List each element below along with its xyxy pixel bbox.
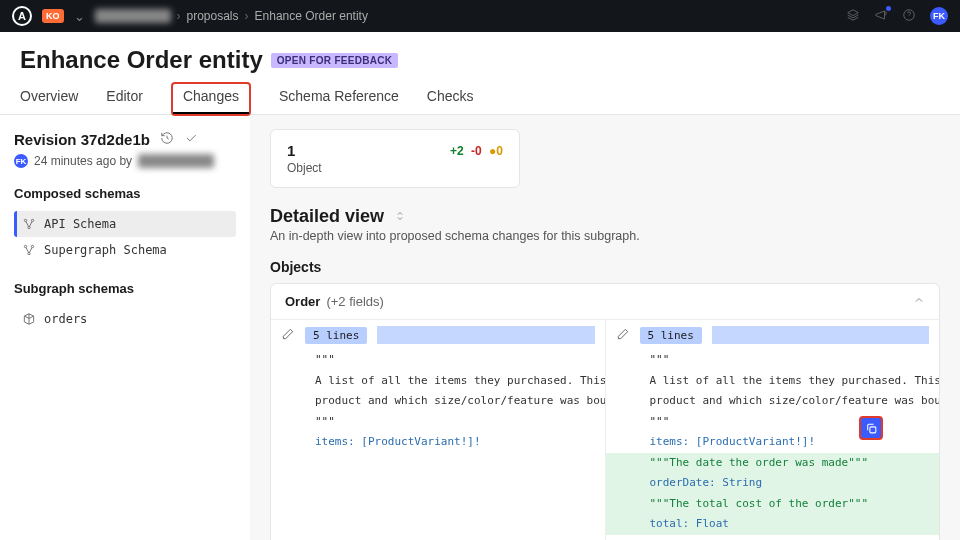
chevron-right-icon: › [177, 9, 181, 23]
code-line: } [271, 535, 605, 541]
object-card: Order (+2 fields) 5 lines """ A list of … [270, 283, 940, 540]
code-line: items: [ProductVariant!]! [606, 432, 940, 453]
tab-schema-reference[interactable]: Schema Reference [279, 82, 399, 114]
revision-time: 24 minutes ago by [34, 154, 132, 168]
detailed-view-heading: Detailed view [270, 206, 384, 227]
objects-heading: Objects [270, 259, 940, 275]
sidebar-item-api-schema[interactable]: API Schema [14, 211, 236, 237]
code-line [271, 473, 605, 494]
summary-label: Object [287, 161, 503, 175]
object-header[interactable]: Order (+2 fields) [271, 284, 939, 319]
page-title: Enhance Order entity [20, 46, 263, 74]
cube-icon [22, 312, 36, 326]
tab-checks[interactable]: Checks [427, 82, 474, 114]
stat-removed: -0 [471, 144, 482, 158]
help-icon[interactable] [902, 8, 916, 25]
schema-icon [22, 243, 36, 257]
breadcrumb: xxxxxx › proposals › Enhance Order entit… [95, 9, 368, 23]
summary-count: 1 [287, 142, 295, 159]
stat-warning: ●0 [489, 144, 503, 158]
status-badge: OPEN FOR FEEDBACK [271, 53, 399, 68]
main-content: 1 +2 -0 ●0 Object Detailed view An in-de… [250, 115, 960, 540]
summary-card[interactable]: 1 +2 -0 ●0 Object [270, 129, 520, 188]
topbar-right: FK [846, 7, 948, 25]
sidebar: Revision 37d2de1b FK 24 minutes ago by x… [0, 115, 250, 540]
schema-icon [22, 217, 36, 231]
svg-point-3 [28, 226, 30, 228]
sidebar-item-orders[interactable]: orders [14, 306, 236, 332]
collapse-icon[interactable] [394, 206, 406, 227]
object-name: Order [285, 294, 320, 309]
code-line-added: """The total cost of the order""" [606, 494, 940, 515]
code-line: A list of all the items they purchased. … [606, 371, 940, 392]
edit-icon[interactable] [616, 327, 630, 344]
svg-point-1 [24, 219, 26, 221]
tab-overview[interactable]: Overview [20, 82, 78, 114]
code-line [271, 514, 605, 535]
tab-editor[interactable]: Editor [106, 82, 143, 114]
sidebar-item-label: Supergraph Schema [44, 243, 167, 257]
code-line: items: [ProductVariant!]! [271, 432, 605, 453]
author-avatar: FK [14, 154, 28, 168]
topbar: A KO ⌄ xxxxxx › proposals › Enhance Orde… [0, 0, 960, 32]
caret-down-icon[interactable]: ⌄ [74, 9, 85, 24]
code-line-added: total: Float [606, 514, 940, 535]
detailed-view-title: Detailed view [270, 206, 940, 227]
tab-changes[interactable]: Changes [171, 82, 251, 116]
copy-diff-button[interactable] [859, 416, 883, 440]
detailed-view-desc: An in-depth view into proposed schema ch… [270, 229, 940, 243]
code-line: """ [271, 412, 605, 433]
revision-label: Revision 37d2de1b [14, 131, 150, 148]
stat-added: +2 [450, 144, 464, 158]
breadcrumb-current: Enhance Order entity [255, 9, 368, 23]
code-line: A list of all the items they purchased. … [271, 371, 605, 392]
code-line: """ [271, 350, 605, 371]
diff-right: 5 lines """ A list of all the items they… [605, 320, 940, 540]
code-line: product and which size/color/feature was… [271, 391, 605, 412]
svg-point-2 [31, 219, 33, 221]
copy-icon [865, 422, 878, 435]
chevron-right-icon: › [245, 9, 249, 23]
org-badge[interactable]: KO [42, 9, 64, 23]
lines-bar [712, 326, 929, 344]
announce-icon[interactable] [874, 8, 888, 25]
code-line: """ [606, 412, 940, 433]
summary-stats: +2 -0 ●0 [450, 144, 503, 158]
sidebar-item-label: API Schema [44, 217, 116, 231]
tabs: Overview Editor Changes Schema Reference… [20, 82, 940, 114]
svg-point-4 [24, 245, 26, 247]
lines-count: 5 lines [640, 327, 702, 344]
lines-bar [377, 326, 594, 344]
check-icon[interactable] [184, 131, 198, 148]
avatar[interactable]: FK [930, 7, 948, 25]
layers-icon[interactable] [846, 8, 860, 25]
sidebar-item-supergraph-schema[interactable]: Supergraph Schema [14, 237, 236, 263]
breadcrumb-graph[interactable]: xxxxxx [95, 9, 171, 23]
code-line [271, 453, 605, 474]
subgraph-schemas-heading: Subgraph schemas [14, 281, 236, 296]
code-line [271, 494, 605, 515]
apollo-logo-icon[interactable]: A [12, 6, 32, 26]
svg-point-5 [31, 245, 33, 247]
diff-left: 5 lines """ A list of all the items they… [271, 320, 605, 540]
svg-point-6 [28, 252, 30, 254]
page-header: Enhance Order entity OPEN FOR FEEDBACK O… [0, 32, 960, 115]
composed-schemas-heading: Composed schemas [14, 186, 236, 201]
diff-view: 5 lines """ A list of all the items they… [271, 319, 939, 540]
code-line-added: orderDate: String [606, 473, 940, 494]
code-line-added: """The date the order was made""" [606, 453, 940, 474]
lines-count: 5 lines [305, 327, 367, 344]
code-line: product and which size/color/feature was… [606, 391, 940, 412]
history-icon[interactable] [160, 131, 174, 148]
sidebar-item-label: orders [44, 312, 87, 326]
svg-rect-7 [869, 426, 875, 432]
code-line: } [606, 535, 940, 541]
chevron-up-icon[interactable] [913, 294, 925, 309]
edit-icon[interactable] [281, 327, 295, 344]
breadcrumb-proposals[interactable]: proposals [187, 9, 239, 23]
object-fields-count: (+2 fields) [326, 294, 383, 309]
author-name: xxxxxx [138, 154, 214, 168]
code-line: """ [606, 350, 940, 371]
revision-meta: FK 24 minutes ago by xxxxxx [14, 154, 236, 168]
